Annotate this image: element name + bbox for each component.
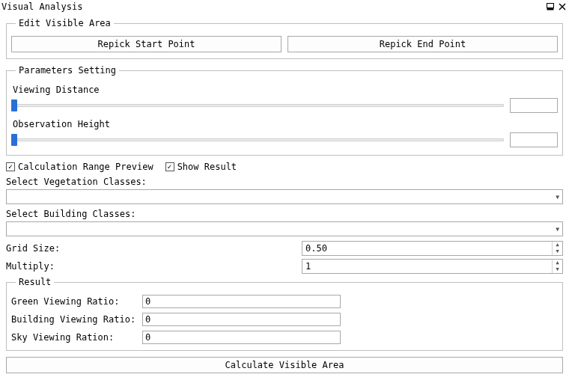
slider-thumb-icon[interactable] (11, 99, 17, 111)
observation-height-input[interactable] (510, 132, 558, 147)
result-group: Result Green Viewing Ratio: Building Vie… (6, 277, 563, 351)
building-viewing-ratio-input[interactable] (142, 313, 341, 326)
edit-visible-area-legend: Edit Visible Area (16, 18, 114, 28)
show-result-checkbox[interactable]: ✓ Show Result (165, 162, 237, 172)
viewing-distance-input[interactable] (510, 98, 558, 113)
chevron-up-icon[interactable]: ▲ (553, 260, 562, 266)
building-viewing-ratio-label: Building Viewing Ratio: (11, 314, 142, 325)
chevron-down-icon[interactable]: ▼ (553, 266, 562, 273)
calc-range-preview-label: Calculation Range Preview (18, 162, 153, 172)
edit-visible-area-group: Edit Visible Area Repick Start Point Rep… (6, 18, 563, 59)
multiply-label: Multiply: (6, 261, 302, 272)
observation-height-slider[interactable] (11, 134, 504, 146)
show-result-label: Show Result (177, 162, 237, 172)
multiply-value: 1 (302, 260, 552, 273)
grid-size-value: 0.50 (302, 242, 552, 255)
window-controls (547, 3, 566, 10)
repick-start-button[interactable]: Repick Start Point (11, 36, 282, 52)
checkbox-icon: ✓ (165, 162, 174, 171)
sky-viewing-ratio-label: Sky Viewing Ration: (11, 332, 142, 343)
grid-size-spinner[interactable]: 0.50 ▲ ▼ (302, 241, 563, 256)
viewing-distance-label: Viewing Distance (13, 85, 558, 95)
select-vegetation-label: Select Vegetation Classes: (6, 177, 563, 187)
chevron-up-icon[interactable]: ▲ (553, 242, 562, 248)
observation-height-label: Observation Height (13, 119, 558, 129)
slider-thumb-icon[interactable] (11, 134, 17, 146)
close-icon[interactable] (559, 3, 566, 10)
multiply-spinner[interactable]: 1 ▲ ▼ (302, 259, 563, 274)
title-bar: Visual Analysis (0, 0, 569, 13)
svg-rect-1 (547, 8, 554, 10)
dock-icon[interactable] (547, 3, 554, 10)
calc-range-preview-checkbox[interactable]: ✓ Calculation Range Preview (6, 162, 153, 172)
green-viewing-ratio-label: Green Viewing Ratio: (11, 296, 142, 307)
green-viewing-ratio-input[interactable] (142, 295, 341, 308)
chevron-down-icon: ▼ (556, 226, 559, 233)
repick-end-button[interactable]: Repick End Point (287, 36, 558, 52)
content-area: Edit Visible Area Repick Start Point Rep… (0, 13, 569, 379)
svg-rect-0 (547, 4, 554, 8)
grid-size-label: Grid Size: (6, 243, 302, 254)
checkbox-icon: ✓ (6, 162, 15, 171)
result-legend: Result (16, 277, 54, 287)
chevron-down-icon[interactable]: ▼ (553, 248, 562, 255)
sky-viewing-ratio-input[interactable] (142, 331, 341, 344)
viewing-distance-slider[interactable] (11, 99, 504, 111)
calculate-visible-area-button[interactable]: Calculate Visible Area (6, 357, 563, 373)
select-vegetation-combo[interactable]: ▼ (6, 189, 563, 204)
parameters-setting-group: Parameters Setting Viewing Distance Obse… (6, 65, 563, 156)
panel-title: Visual Analysis (1, 1, 82, 12)
chevron-down-icon: ▼ (556, 194, 559, 200)
select-building-combo[interactable]: ▼ (6, 221, 563, 236)
select-building-label: Select Building Classes: (6, 209, 563, 219)
parameters-setting-legend: Parameters Setting (16, 65, 119, 76)
